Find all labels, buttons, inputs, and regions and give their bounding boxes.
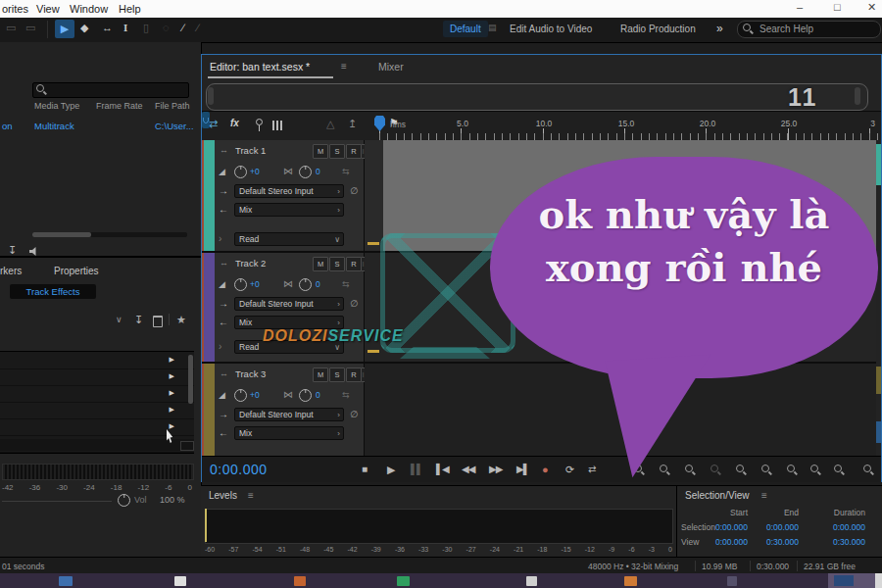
output-select[interactable]: Mix› bbox=[234, 426, 344, 440]
metronome-icon[interactable]: △ bbox=[326, 118, 334, 130]
selection-duration-value[interactable]: 0:00.000 bbox=[818, 522, 865, 532]
marquee-tool-icon[interactable]: ▯ bbox=[143, 22, 149, 34]
zoom-selection-disabled-icon[interactable] bbox=[710, 464, 722, 476]
fast-forward-button[interactable]: ▶▶ bbox=[489, 464, 502, 474]
track-move-icon[interactable]: ↔ bbox=[220, 258, 228, 268]
workspace-tab-radio-production[interactable]: Radio Production bbox=[620, 24, 696, 34]
track-move-icon[interactable]: ↔ bbox=[220, 368, 228, 378]
phase-icon[interactable]: ∅ bbox=[350, 409, 358, 419]
mute-button[interactable]: M bbox=[313, 368, 328, 382]
selection-end-value[interactable]: 0:00.000 bbox=[752, 522, 799, 532]
track-name[interactable]: Track 1 bbox=[235, 145, 266, 156]
tab-properties[interactable]: Properties bbox=[54, 266, 99, 276]
skip-to-end-button[interactable]: ▶▌ bbox=[516, 464, 529, 474]
taskbar-app-icon[interactable] bbox=[59, 576, 73, 586]
slot-arrow-icon[interactable]: ▶ bbox=[170, 372, 174, 380]
file-row-name[interactable]: on bbox=[2, 121, 13, 131]
tab-mixer[interactable]: Mixer bbox=[378, 61, 404, 73]
volume-value[interactable]: +0 bbox=[250, 279, 260, 289]
minimize-button[interactable]: – bbox=[797, 1, 803, 13]
navigator-right-handle[interactable] bbox=[855, 87, 860, 105]
sends-icon[interactable]: ⇆ bbox=[342, 167, 350, 176]
routing-icon[interactable] bbox=[255, 119, 263, 131]
volume-value[interactable]: +0 bbox=[250, 167, 260, 176]
zoom-to-playhead-icon[interactable] bbox=[735, 464, 748, 476]
volume-knob[interactable] bbox=[234, 389, 247, 402]
time-selection-tool-icon[interactable]: ↔ bbox=[102, 22, 113, 33]
phase-icon[interactable]: ∅ bbox=[350, 185, 358, 196]
track-effects-label[interactable]: Track Effects bbox=[10, 284, 96, 299]
file-row-path[interactable]: C:\User... bbox=[155, 121, 194, 131]
stop-button[interactable]: ■ bbox=[362, 464, 367, 474]
pan-value[interactable]: 0 bbox=[316, 390, 320, 400]
files-hscrollbar-thumb[interactable] bbox=[32, 232, 91, 237]
pan-knob[interactable] bbox=[299, 278, 312, 291]
column-media-type[interactable]: Media Type bbox=[34, 101, 79, 111]
close-button[interactable]: ✕ bbox=[867, 1, 876, 14]
slot-arrow-icon[interactable]: ▶ bbox=[170, 356, 174, 364]
slot-arrow-icon[interactable]: ▶ bbox=[170, 406, 174, 414]
favorite-icon[interactable]: ★ bbox=[176, 314, 186, 326]
fx-icon[interactable]: fx bbox=[230, 118, 239, 128]
speaker-icon[interactable] bbox=[29, 247, 39, 256]
solo-button[interactable]: S bbox=[329, 257, 345, 271]
zoom-in-point-icon[interactable] bbox=[809, 464, 822, 476]
volume-value[interactable]: +0 bbox=[250, 390, 260, 400]
zoom-to-selection-icon[interactable] bbox=[684, 464, 697, 476]
track-name[interactable]: Track 2 bbox=[235, 258, 266, 269]
panel-menu-icon[interactable]: ≡ bbox=[761, 490, 767, 501]
razor-tool-icon[interactable]: ◆ bbox=[80, 22, 88, 34]
pause-button[interactable]: ▌▌ bbox=[411, 464, 422, 474]
workspace-tab-edit-audio-to-video[interactable]: Edit Audio to Video bbox=[510, 24, 592, 34]
sends-icon[interactable]: ⇆ bbox=[342, 390, 350, 400]
record-arm-button[interactable]: R bbox=[346, 368, 362, 382]
input-select[interactable]: Default Stereo Input› bbox=[234, 184, 344, 198]
move-tool-icon[interactable]: ▶ bbox=[55, 20, 74, 38]
collapse-arrow-icon[interactable]: › bbox=[219, 233, 221, 244]
preset-chevron-icon[interactable]: ∨ bbox=[116, 315, 122, 324]
menu-favorites[interactable]: orites bbox=[2, 3, 28, 15]
navigator-left-handle[interactable] bbox=[208, 87, 214, 105]
view-start-value[interactable]: 0:00.000 bbox=[701, 537, 748, 547]
file-row-media-type[interactable]: Multitrack bbox=[34, 121, 74, 131]
taskbar-app-icon[interactable] bbox=[526, 576, 537, 586]
track-name[interactable]: Track 3 bbox=[235, 368, 266, 379]
clip-handle[interactable] bbox=[368, 242, 379, 245]
selection-start-value[interactable]: 0:00.000 bbox=[701, 522, 748, 532]
slot-arrow-icon[interactable]: ▶ bbox=[170, 422, 174, 430]
files-search-input[interactable] bbox=[32, 82, 189, 98]
mute-button[interactable]: M bbox=[313, 144, 328, 159]
lasso-tool-icon[interactable]: ◌ bbox=[163, 22, 170, 33]
workspace-menu-icon[interactable]: ▤ bbox=[488, 23, 497, 32]
taskbar-show-desktop[interactable] bbox=[875, 573, 882, 588]
effect-slot[interactable]: ▶ bbox=[0, 418, 194, 436]
timeline-zoom-navigator[interactable] bbox=[206, 83, 868, 111]
taskbar-app-icon[interactable] bbox=[294, 576, 306, 586]
restore-button[interactable]: □ bbox=[834, 1, 841, 13]
column-file-path[interactable]: File Path bbox=[155, 101, 190, 111]
magnet-snap-button[interactable]: ∩ bbox=[202, 112, 210, 128]
menu-window[interactable]: Window bbox=[70, 3, 108, 15]
metering-icon[interactable] bbox=[272, 121, 283, 130]
shuttle-button[interactable]: ⇄ bbox=[588, 464, 596, 474]
record-button[interactable]: ● bbox=[542, 464, 548, 475]
taskbar-app-icon[interactable] bbox=[174, 576, 186, 586]
view-duration-value[interactable]: 0:30.000 bbox=[818, 537, 865, 547]
search-help-input[interactable]: Search Help bbox=[737, 21, 881, 38]
loop-button[interactable]: ⟳ bbox=[565, 464, 574, 476]
automation-mode-select[interactable]: Read∨ bbox=[234, 232, 344, 246]
time-display[interactable]: 0:00.000 bbox=[210, 462, 268, 477]
volume-knob[interactable] bbox=[118, 494, 130, 507]
tab-editor[interactable]: Editor: ban text.sesx * bbox=[210, 61, 310, 73]
pen-tool-icon[interactable]: ∕ bbox=[197, 22, 199, 33]
pan-value[interactable]: 0 bbox=[316, 279, 320, 289]
tab-markers[interactable]: rkers bbox=[0, 266, 22, 276]
delete-icon[interactable] bbox=[153, 316, 163, 327]
workspace-tab-default[interactable]: Default bbox=[443, 21, 488, 37]
solo-button[interactable]: S bbox=[329, 368, 345, 382]
waveform-multitrack-toggle-icon[interactable]: ⇄ bbox=[209, 118, 218, 130]
record-arm-button[interactable]: R bbox=[346, 144, 362, 159]
input-select[interactable]: Default Stereo Input› bbox=[234, 297, 344, 311]
effects-vscrollbar-thumb[interactable] bbox=[188, 355, 193, 404]
collapse-arrow-icon[interactable]: › bbox=[219, 341, 221, 352]
